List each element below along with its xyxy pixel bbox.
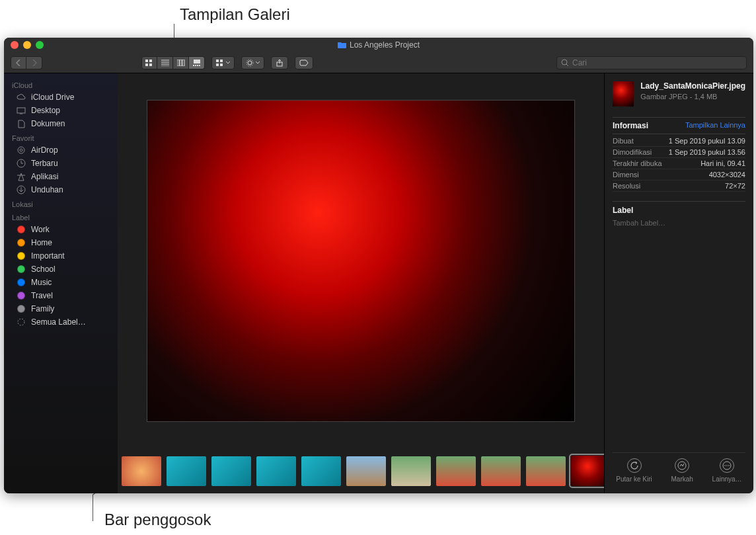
sidebar-item[interactable]: Semua Label…: [4, 315, 118, 329]
preview-image[interactable]: [147, 100, 575, 422]
sidebar-item[interactable]: Travel: [4, 289, 118, 302]
info-row: Dibuat1 Sep 2019 pukul 13.09: [613, 136, 745, 147]
sidebar-item[interactable]: Home: [4, 236, 118, 249]
info-row: Dimensi4032×3024: [613, 169, 745, 181]
icon-view-button[interactable]: [141, 56, 157, 69]
list-view-button[interactable]: [157, 56, 173, 69]
apps-icon: [16, 171, 26, 182]
svg-rect-9: [180, 60, 182, 66]
svg-rect-3: [149, 63, 152, 66]
sidebar-item[interactable]: Unduhan: [4, 183, 118, 196]
thumbnail[interactable]: [122, 456, 161, 486]
svg-rect-18: [216, 63, 219, 66]
zoom-icon[interactable]: [36, 41, 44, 49]
add-label-field[interactable]: Tambah Label…: [613, 219, 745, 227]
minimize-icon[interactable]: [23, 41, 31, 49]
sidebar-item[interactable]: Desktop: [4, 104, 118, 117]
search-icon: [561, 59, 569, 67]
thumbnail[interactable]: [211, 456, 251, 486]
action-label: Lainnya…: [712, 475, 742, 483]
sidebar-item-label: Desktop: [31, 106, 60, 115]
tag-dot-icon: [16, 304, 26, 314]
info-key: Dibuat: [613, 137, 634, 145]
svg-rect-16: [216, 60, 219, 62]
svg-rect-0: [145, 60, 148, 62]
thumbnail[interactable]: [391, 456, 431, 486]
arrange-button[interactable]: [211, 56, 235, 69]
info-key: Dimodifikasi: [613, 148, 652, 156]
svg-rect-25: [17, 108, 25, 113]
action-label: Putar ke Kiri: [616, 475, 652, 483]
gallery-view-button[interactable]: [189, 56, 205, 69]
thumbnail[interactable]: [571, 456, 604, 486]
quick-action-rotate[interactable]: Putar ke Kiri: [616, 458, 652, 483]
sidebar-item[interactable]: Important: [4, 249, 118, 263]
tags-button[interactable]: [295, 56, 313, 69]
sidebar-item[interactable]: iCloud Drive: [4, 91, 118, 104]
sidebar-item-label: Terbaru: [31, 159, 58, 168]
share-icon: [276, 59, 284, 67]
finder-window: Los Angeles Project: [4, 38, 753, 493]
sidebar-header: Lokasi: [4, 196, 118, 210]
svg-point-27: [18, 147, 24, 153]
info-pane: Lady_SantaMonicaPier.jpeg Gambar JPEG - …: [604, 73, 753, 493]
info-thumbnail: [613, 81, 634, 106]
tag-dot-icon: [16, 264, 26, 274]
thumbnail[interactable]: [301, 456, 341, 486]
svg-point-31: [18, 319, 24, 325]
back-button[interactable]: [11, 56, 26, 69]
sidebar-item[interactable]: Aplikasi: [4, 170, 118, 183]
svg-point-20: [248, 61, 252, 65]
sidebar-item-label: Important: [31, 251, 65, 261]
sidebar: iCloudiCloud DriveDesktopDokumenFavoritA…: [4, 73, 118, 493]
sidebar-header: Favorit: [4, 130, 118, 144]
search-input[interactable]: [572, 58, 742, 67]
svg-rect-2: [145, 63, 148, 66]
thumbnail[interactable]: [346, 456, 386, 486]
rotate-icon: [627, 458, 642, 473]
sidebar-item[interactable]: Music: [4, 276, 118, 289]
sidebar-item[interactable]: Work: [4, 223, 118, 236]
sidebar-item[interactable]: Dokumen: [4, 117, 118, 130]
action-button[interactable]: [241, 56, 264, 69]
svg-rect-8: [177, 60, 179, 66]
sidebar-item-label: AirDrop: [31, 145, 58, 155]
thumbnail[interactable]: [436, 456, 476, 486]
svg-point-36: [728, 465, 730, 466]
share-button[interactable]: [271, 56, 288, 69]
all-tags-icon: [16, 317, 26, 327]
thumbnail[interactable]: [167, 456, 206, 486]
sidebar-item[interactable]: AirDrop: [4, 144, 118, 157]
svg-rect-17: [220, 60, 223, 62]
sidebar-item[interactable]: School: [4, 263, 118, 276]
svg-rect-11: [194, 60, 200, 63]
sidebar-item[interactable]: Terbaru: [4, 157, 118, 170]
info-key: Resolusi: [613, 182, 640, 190]
sidebar-item-label: Music: [31, 278, 52, 287]
forward-button[interactable]: [26, 56, 42, 69]
info-section-title: Informasi: [613, 121, 648, 130]
scrubber-bar[interactable]: [118, 448, 604, 493]
svg-rect-12: [193, 65, 194, 66]
svg-rect-15: [199, 65, 200, 66]
thumbnail[interactable]: [256, 456, 296, 486]
sidebar-item-label: Unduhan: [31, 185, 63, 194]
show-more-link[interactable]: Tampilkan Lainnya: [685, 121, 745, 130]
tag-dot-icon: [16, 237, 26, 248]
close-icon[interactable]: [11, 41, 19, 49]
tag-dot-icon: [16, 251, 26, 261]
sidebar-item-label: School: [31, 265, 56, 274]
thumbnail[interactable]: [526, 456, 566, 486]
file-subtitle: Gambar JPEG - 1,4 MB: [640, 93, 745, 101]
quick-action-markup[interactable]: Markah: [671, 458, 693, 483]
chevron-down-icon: [226, 62, 230, 64]
sidebar-item[interactable]: Family: [4, 302, 118, 315]
info-value: Hari ini, 09.41: [700, 159, 745, 167]
column-view-button[interactable]: [173, 56, 189, 69]
thumbnail[interactable]: [481, 456, 521, 486]
search-field[interactable]: [556, 56, 747, 69]
more-icon: [720, 458, 734, 473]
sidebar-item-label: Dokumen: [31, 119, 65, 128]
quick-action-more[interactable]: Lainnya…: [712, 458, 742, 483]
sidebar-item-label: iCloud Drive: [31, 93, 74, 102]
